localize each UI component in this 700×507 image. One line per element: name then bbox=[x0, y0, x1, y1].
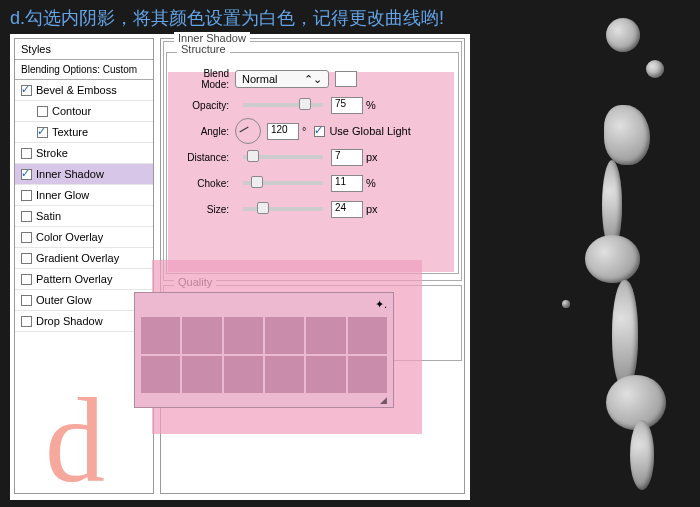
distance-slider[interactable] bbox=[243, 155, 323, 159]
choke-input[interactable]: 11 bbox=[331, 175, 363, 192]
style-label: Texture bbox=[52, 126, 88, 138]
contour-picker-popup[interactable]: ✦. ◢ bbox=[134, 292, 394, 408]
global-light-label: Use Global Light bbox=[329, 125, 410, 137]
style-checkbox[interactable] bbox=[21, 148, 32, 159]
style-item-contour[interactable]: Contour bbox=[15, 101, 153, 122]
gear-icon[interactable]: ✦. bbox=[375, 298, 387, 311]
distance-label: Distance: bbox=[173, 152, 235, 163]
distance-input[interactable]: 7 bbox=[331, 149, 363, 166]
contour-preset[interactable] bbox=[182, 356, 221, 393]
contour-preset[interactable] bbox=[182, 317, 221, 354]
opacity-label: Opacity: bbox=[173, 100, 235, 111]
style-label: Outer Glow bbox=[36, 294, 92, 306]
resize-grip-icon[interactable]: ◢ bbox=[135, 395, 393, 405]
blend-mode-select[interactable]: Normal⌃⌄ bbox=[235, 70, 329, 88]
style-label: Inner Shadow bbox=[36, 168, 104, 180]
style-checkbox[interactable] bbox=[21, 316, 32, 327]
global-light-checkbox[interactable] bbox=[314, 126, 325, 137]
blend-mode-label: Blend Mode: bbox=[173, 68, 235, 90]
style-checkbox[interactable] bbox=[21, 190, 32, 201]
contour-preset[interactable] bbox=[224, 317, 263, 354]
contour-preset[interactable] bbox=[224, 356, 263, 393]
style-label: Contour bbox=[52, 105, 91, 117]
size-input[interactable]: 24 bbox=[331, 201, 363, 218]
style-item-outer-glow[interactable]: Outer Glow bbox=[15, 290, 153, 311]
contour-preset[interactable] bbox=[141, 356, 180, 393]
deg-unit: ° bbox=[302, 125, 306, 137]
style-checkbox[interactable] bbox=[21, 274, 32, 285]
style-checkbox[interactable] bbox=[21, 232, 32, 243]
style-label: Color Overlay bbox=[36, 231, 103, 243]
style-item-texture[interactable]: Texture bbox=[15, 122, 153, 143]
choke-label: Choke: bbox=[173, 178, 235, 189]
px-unit: px bbox=[366, 203, 378, 215]
angle-dial[interactable] bbox=[235, 118, 261, 144]
style-label: Gradient Overlay bbox=[36, 252, 119, 264]
style-label: Bevel & Emboss bbox=[36, 84, 117, 96]
style-item-color-overlay[interactable]: Color Overlay bbox=[15, 227, 153, 248]
contour-preset[interactable] bbox=[265, 317, 304, 354]
watermark-letter: d bbox=[45, 372, 105, 507]
angle-input[interactable]: 120 bbox=[267, 123, 299, 140]
style-item-stroke[interactable]: Stroke bbox=[15, 143, 153, 164]
pct-unit: % bbox=[366, 99, 376, 111]
contour-preset[interactable] bbox=[306, 317, 345, 354]
style-label: Pattern Overlay bbox=[36, 273, 112, 285]
shadow-color-swatch[interactable] bbox=[335, 71, 357, 87]
style-item-satin[interactable]: Satin bbox=[15, 206, 153, 227]
contour-preset[interactable] bbox=[348, 317, 387, 354]
blending-options-item[interactable]: Blending Options: Custom bbox=[15, 60, 153, 80]
style-checkbox[interactable] bbox=[21, 295, 32, 306]
style-item-gradient-overlay[interactable]: Gradient Overlay bbox=[15, 248, 153, 269]
blend-mode-value: Normal bbox=[242, 73, 277, 85]
style-checkbox[interactable] bbox=[21, 211, 32, 222]
style-checkbox[interactable] bbox=[21, 85, 32, 96]
style-item-bevel-emboss[interactable]: Bevel & Emboss bbox=[15, 80, 153, 101]
size-slider[interactable] bbox=[243, 207, 323, 211]
contour-preset[interactable] bbox=[348, 356, 387, 393]
style-item-inner-shadow[interactable]: Inner Shadow bbox=[15, 164, 153, 185]
style-label: Stroke bbox=[36, 147, 68, 159]
style-item-drop-shadow[interactable]: Drop Shadow bbox=[15, 311, 153, 332]
style-checkbox[interactable] bbox=[21, 169, 32, 180]
liquid-preview bbox=[520, 0, 700, 507]
choke-slider[interactable] bbox=[243, 181, 323, 185]
style-checkbox[interactable] bbox=[37, 106, 48, 117]
size-label: Size: bbox=[173, 204, 235, 215]
style-label: Drop Shadow bbox=[36, 315, 103, 327]
style-label: Inner Glow bbox=[36, 189, 89, 201]
pct-unit: % bbox=[366, 177, 376, 189]
styles-header: Styles bbox=[15, 39, 153, 60]
style-checkbox[interactable] bbox=[21, 253, 32, 264]
style-item-inner-glow[interactable]: Inner Glow bbox=[15, 185, 153, 206]
structure-title: Structure bbox=[177, 43, 230, 55]
contour-preset[interactable] bbox=[141, 317, 180, 354]
contour-preset[interactable] bbox=[306, 356, 345, 393]
angle-label: Angle: bbox=[173, 126, 235, 137]
style-item-pattern-overlay[interactable]: Pattern Overlay bbox=[15, 269, 153, 290]
opacity-slider[interactable] bbox=[243, 103, 323, 107]
chevron-down-icon: ⌃⌄ bbox=[304, 73, 322, 86]
style-label: Satin bbox=[36, 210, 61, 222]
style-checkbox[interactable] bbox=[37, 127, 48, 138]
contour-preset[interactable] bbox=[265, 356, 304, 393]
px-unit: px bbox=[366, 151, 378, 163]
opacity-input[interactable]: 75 bbox=[331, 97, 363, 114]
